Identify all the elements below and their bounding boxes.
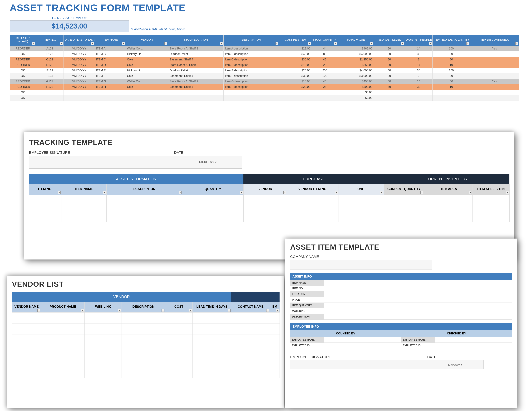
item-date-field[interactable]: MM/DD/YY [427, 360, 484, 369]
filter-icon[interactable] [506, 191, 509, 194]
cell[interactable]: MM/DD/YY [64, 84, 95, 90]
cell[interactable]: D123 [36, 62, 64, 68]
cell[interactable]: 50 [374, 57, 405, 62]
cell[interactable]: 200 [312, 68, 338, 73]
cell[interactable] [95, 90, 126, 95]
cell[interactable]: 50 [374, 51, 405, 57]
table-row[interactable] [29, 195, 510, 200]
cell[interactable]: 25 [312, 84, 338, 90]
cell[interactable] [165, 329, 193, 335]
field-value[interactable] [324, 286, 512, 291]
cell[interactable]: Item G description [224, 79, 279, 84]
cell[interactable] [182, 211, 244, 217]
cell[interactable] [193, 324, 231, 329]
cell[interactable] [85, 313, 122, 318]
filter-icon[interactable] [276, 309, 279, 312]
cell[interactable] [473, 217, 510, 222]
cell[interactable]: $3,000.00 [338, 73, 374, 79]
cell[interactable]: $30.00 [279, 73, 312, 79]
cell[interactable] [287, 200, 339, 206]
cell[interactable]: MM/DD/YY [64, 79, 95, 84]
cell[interactable] [61, 206, 106, 211]
cell[interactable] [270, 329, 280, 335]
cell[interactable]: MM/DD/YY [64, 68, 95, 73]
cell[interactable] [12, 313, 41, 318]
cell[interactable]: H123 [36, 84, 64, 90]
col-header[interactable]: ITEM SHELF / BIN [473, 184, 510, 195]
cell[interactable]: ITEM D [95, 62, 126, 68]
filter-icon[interactable] [58, 191, 61, 194]
cell[interactable] [231, 346, 270, 351]
company-name-field[interactable] [290, 260, 432, 270]
cell[interactable] [61, 195, 106, 200]
asset-col-8[interactable]: STOCK QUANTITY [312, 35, 338, 46]
cell[interactable]: Store Room A, Shelf 2 [168, 62, 224, 68]
filter-icon[interactable] [266, 309, 269, 312]
cell[interactable] [122, 351, 165, 356]
filter-icon[interactable] [81, 309, 84, 312]
cell[interactable]: OK [10, 73, 36, 79]
cell[interactable] [95, 95, 126, 101]
table-row[interactable] [12, 324, 280, 329]
cell[interactable]: Basement, Shelf 4 [168, 84, 224, 90]
cell[interactable] [224, 95, 279, 101]
item-signature-field[interactable] [290, 360, 427, 369]
cell[interactable] [270, 318, 280, 324]
table-row[interactable]: OK$0.00 [10, 90, 519, 95]
col-header[interactable]: VENDOR [244, 184, 287, 195]
cell[interactable]: MM/DD/YY [64, 62, 95, 68]
cell[interactable]: $4,005.00 [338, 51, 374, 57]
cell[interactable]: Hickory Ltd. [126, 68, 168, 73]
table-row[interactable] [12, 373, 280, 378]
cell[interactable] [231, 335, 270, 340]
cell[interactable]: Item B description [224, 51, 279, 57]
table-row[interactable]: OKF123MM/DD/YYITEM FColeBasement, Shelf … [10, 73, 519, 79]
filter-icon[interactable] [335, 191, 338, 194]
cell[interactable] [165, 373, 193, 378]
cell[interactable] [224, 90, 279, 95]
cell[interactable] [36, 90, 64, 95]
table-row[interactable]: OKE123MM/DD/YYITEM EHickory Ltd.Outdoor … [10, 68, 519, 73]
cell[interactable]: 50 [374, 46, 405, 51]
filter-icon[interactable] [162, 309, 164, 312]
cell[interactable] [12, 367, 41, 373]
asset-col-11[interactable]: DAYS PER REORDER [405, 35, 433, 46]
cell[interactable] [12, 318, 41, 324]
cell[interactable] [106, 200, 182, 206]
cell[interactable]: 20 [433, 51, 470, 57]
cell[interactable]: 50 [374, 68, 405, 73]
cell[interactable] [61, 200, 106, 206]
cell[interactable]: Hickory Ltd. [126, 51, 168, 57]
cell[interactable]: ITEM E [95, 68, 126, 73]
filter-icon[interactable] [420, 191, 423, 194]
cell[interactable]: ITEM B [95, 51, 126, 57]
cell[interactable]: 20 [433, 73, 470, 79]
cell[interactable]: $968.00 [338, 46, 374, 51]
cell[interactable] [193, 340, 231, 346]
cell[interactable]: 89 [312, 51, 338, 57]
cell[interactable]: $22.00 [279, 46, 312, 51]
table-row[interactable] [12, 335, 280, 340]
cell[interactable] [270, 313, 280, 318]
cell[interactable] [85, 356, 122, 362]
cell[interactable]: Cole [126, 57, 168, 62]
cell[interactable]: ITEM A [95, 46, 126, 51]
filter-icon[interactable] [220, 42, 223, 45]
cell[interactable] [168, 90, 224, 95]
cell[interactable] [384, 217, 424, 222]
cell[interactable]: Item C description [224, 57, 279, 62]
cell[interactable]: ITEM G [95, 79, 126, 84]
cell[interactable] [12, 346, 41, 351]
cell[interactable] [279, 95, 312, 101]
cell[interactable] [424, 200, 473, 206]
cell[interactable] [193, 356, 231, 362]
emp-value[interactable] [435, 343, 512, 348]
cell[interactable]: 50 [433, 79, 470, 84]
cell[interactable]: OK [10, 95, 36, 101]
filter-icon[interactable] [32, 42, 35, 45]
cell[interactable] [41, 356, 85, 362]
cell[interactable]: 100 [312, 73, 338, 79]
cell[interactable] [270, 367, 280, 373]
filter-icon[interactable] [380, 191, 383, 194]
cell[interactable] [85, 346, 122, 351]
